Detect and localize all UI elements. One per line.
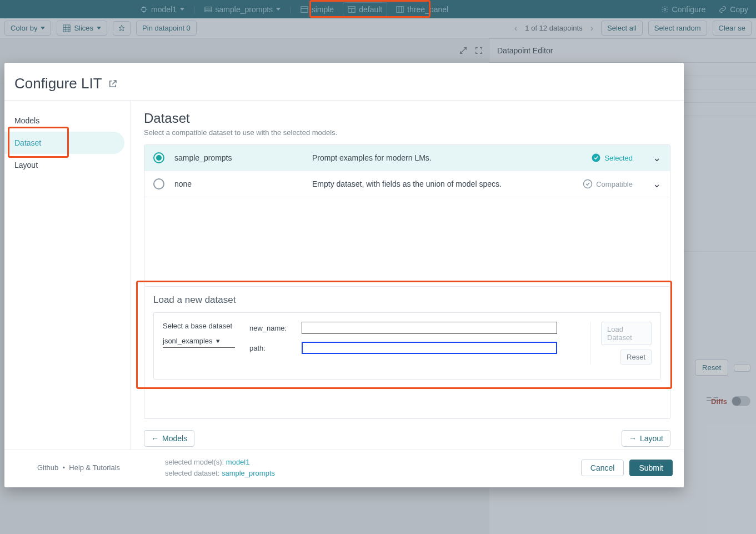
radio-unselected-icon[interactable] [153, 178, 164, 189]
path-input[interactable] [302, 342, 557, 354]
nav-back-button[interactable]: ← Models [144, 430, 194, 447]
caret-down-icon: ▾ [216, 337, 220, 345]
dataset-row-status: Compatible [583, 179, 633, 189]
svg-point-22 [592, 154, 600, 162]
reset-load-button[interactable]: Reset [620, 350, 652, 365]
sidebar-item-models[interactable]: Models [4, 109, 130, 132]
section-title: Dataset [144, 111, 670, 126]
radio-selected-icon[interactable] [153, 152, 164, 163]
arrow-right-icon: → [629, 434, 637, 443]
help-link[interactable]: Help & Tutorials [69, 463, 120, 472]
open-external-icon[interactable] [108, 79, 118, 89]
load-new-dataset-panel: Load a new dataset Select a base dataset… [144, 287, 670, 419]
footer-links: Github • Help & Tutorials [16, 463, 142, 472]
check-circle-outline-icon [583, 179, 593, 189]
github-link[interactable]: Github [37, 463, 58, 472]
sidebar-item-layout[interactable]: Layout [4, 154, 130, 176]
load-section-title: Load a new dataset [153, 295, 661, 306]
modal-title: Configure LIT [4, 63, 684, 101]
dataset-list: sample_prompts Prompt examples for moder… [144, 144, 670, 287]
section-subtitle: Select a compatible dataset to use with … [144, 128, 670, 137]
new-name-label: new_name: [249, 324, 294, 332]
configure-modal: Configure LIT Models Dataset Layout Data… [4, 63, 684, 487]
sidebar-item-dataset[interactable]: Dataset [4, 132, 124, 154]
dataset-row-status: Selected [591, 153, 633, 163]
base-dataset-dropdown[interactable]: jsonl_examples ▾ [163, 336, 235, 348]
selected-models-value: model1 [226, 458, 250, 466]
submit-button[interactable]: Submit [629, 460, 673, 476]
expand-row-button[interactable]: ⌄ [653, 178, 661, 190]
check-circle-icon [591, 153, 601, 163]
modal-footer: Github • Help & Tutorials selected model… [4, 450, 684, 487]
arrow-left-icon: ← [151, 434, 159, 443]
footer-selection-info: selected model(s): model1 selected datas… [152, 457, 571, 478]
dataset-row-desc: Prompt examples for modern LMs. [312, 153, 581, 162]
modal-sidebar: Models Dataset Layout [4, 101, 131, 450]
base-dataset-label: Select a base dataset [163, 322, 235, 330]
svg-point-23 [584, 180, 592, 188]
expand-row-button[interactable]: ⌄ [653, 152, 661, 164]
cancel-button[interactable]: Cancel [581, 460, 624, 476]
modal-nav: ← Models → Layout [131, 423, 684, 453]
dataset-row[interactable]: sample_prompts Prompt examples for moder… [144, 145, 670, 171]
dataset-row-name: none [174, 179, 302, 188]
dataset-row-desc: Empty dataset, with fields as the union … [312, 179, 573, 188]
dataset-row[interactable]: none Empty dataset, with fields as the u… [144, 171, 670, 197]
nav-forward-button[interactable]: → Layout [622, 430, 670, 447]
path-label: path: [249, 344, 294, 352]
load-dataset-button[interactable]: Load Dataset [601, 322, 652, 345]
selected-dataset-value: sample_prompts [222, 469, 275, 477]
new-name-input[interactable] [302, 322, 557, 334]
dataset-row-name: sample_prompts [174, 153, 302, 162]
